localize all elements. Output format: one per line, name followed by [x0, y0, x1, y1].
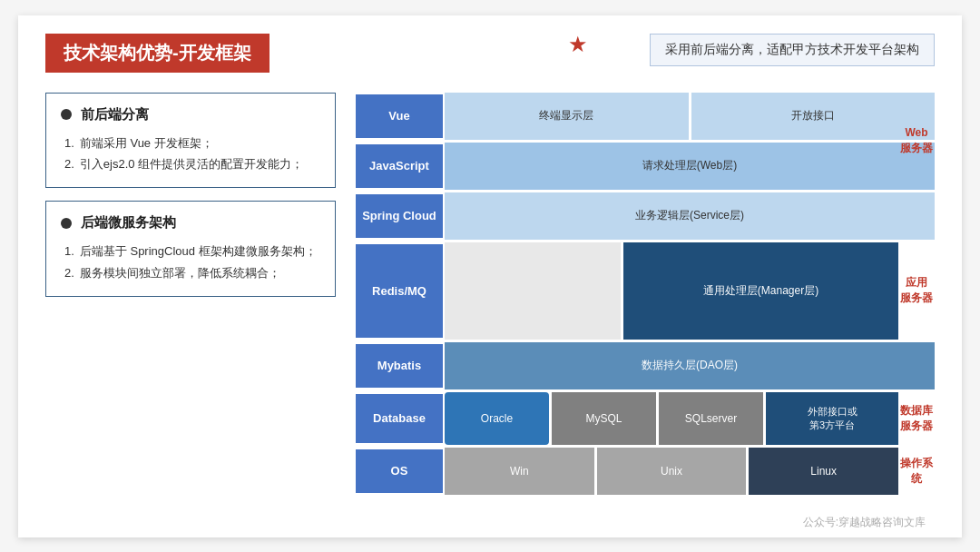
- list-item: 1. 后端基于 SpringCloud 框架构建微服务架构；: [64, 241, 320, 261]
- section1-list: 1. 前端采用 Vue 开发框架； 2. 引入ejs2.0 组件提供灵活的配置开…: [61, 133, 320, 175]
- layers-js: 请求处理层(Web层): [445, 143, 935, 190]
- row-os: OS Win Unix Linux 操作系统: [354, 448, 935, 495]
- row-js: JavaScript 请求处理层(Web层): [354, 143, 935, 190]
- row-springcloud: Spring Cloud 业务逻辑层(Service层): [354, 192, 935, 240]
- watermark: 公众号:穿越战略咨询文库: [803, 515, 926, 530]
- db-mysql: MySQL: [552, 392, 656, 445]
- tech-os: OS: [354, 448, 445, 495]
- side-db: 数据库服务器: [898, 392, 935, 445]
- os-unix: Unix: [597, 448, 747, 495]
- layer-service: 业务逻辑层(Service层): [445, 192, 935, 240]
- bullet-dot: [61, 109, 72, 120]
- tech-database: Database: [354, 392, 445, 445]
- content-area: 前后端分离 1. 前端采用 Vue 开发框架； 2. 引入ejs2.0 组件提供…: [45, 93, 935, 498]
- left-panel: 前后端分离 1. 前端采用 Vue 开发框架； 2. 引入ejs2.0 组件提供…: [45, 93, 336, 498]
- os-win: Win: [445, 448, 594, 495]
- layer-manager: 通用处理层(Manager层): [623, 242, 898, 340]
- layers-redis: 通用处理层(Manager层): [445, 242, 898, 340]
- list-item: 2. 引入ejs2.0 组件提供灵活的配置开发能力；: [64, 153, 320, 174]
- db-sqlserver: SQLserver: [659, 392, 763, 445]
- section2-list: 1. 后端基于 SpringCloud 框架构建微服务架构； 2. 服务模块间独…: [61, 241, 320, 283]
- row-redis: Redis/MQ 通用处理层(Manager层) 应用服务器: [354, 242, 935, 340]
- section-frontend: 前后端分离 1. 前端采用 Vue 开发框架； 2. 引入ejs2.0 组件提供…: [45, 93, 336, 189]
- row-database: Database Oracle MySQL SQLserver 外部接口或第3方…: [354, 392, 935, 445]
- layer-dao: 数据持久层(DAO层): [445, 342, 935, 389]
- layers-database: Oracle MySQL SQLserver 外部接口或第3方平台: [445, 392, 898, 445]
- row-mybatis: Mybatis 数据持久层(DAO层): [354, 342, 935, 389]
- layers-springcloud: 业务逻辑层(Service层): [445, 192, 935, 240]
- layers-mybatis: 数据持久层(DAO层): [445, 342, 935, 389]
- side-os: 操作系统: [898, 448, 935, 495]
- section1-title: 前后端分离: [61, 106, 320, 123]
- list-item: 2. 服务模块间独立部署，降低系统耦合；: [64, 262, 320, 283]
- tech-js: JavaScript: [354, 143, 445, 190]
- os-linux: Linux: [749, 448, 898, 495]
- layers-os: Win Unix Linux: [445, 448, 898, 495]
- notice-box: 采用前后端分离，适配甲方技术开发平台架构: [650, 34, 935, 66]
- tech-vue: Vue: [354, 93, 445, 140]
- list-item: 1. 前端采用 Vue 开发框架；: [64, 133, 320, 153]
- layer-request: 请求处理层(Web层): [445, 143, 935, 190]
- side-app: 应用服务器: [898, 242, 935, 340]
- slide-title: 技术架构优势-开发框架: [45, 34, 270, 73]
- tech-mybatis: Mybatis: [354, 342, 445, 389]
- layers-vue: 终端显示层 开放接口: [445, 93, 935, 140]
- layer-display: 终端显示层: [445, 93, 689, 140]
- side-web: Web服务器: [898, 93, 935, 190]
- bullet-dot: [61, 218, 72, 229]
- star-icon: ★: [568, 32, 588, 57]
- right-diagram: Vue 终端显示层 开放接口 Web服务器 JavaScript 请求处理层(W…: [354, 93, 935, 498]
- tech-springcloud: Spring Cloud: [354, 192, 445, 240]
- row-vue: Vue 终端显示层 开放接口 Web服务器: [354, 93, 935, 140]
- slide: 技术架构优势-开发框架 ★ 采用前后端分离，适配甲方技术开发平台架构 前后端分离…: [18, 15, 962, 537]
- db-oracle: Oracle: [445, 392, 549, 445]
- section-backend: 后端微服务架构 1. 后端基于 SpringCloud 框架构建微服务架构； 2…: [45, 201, 336, 297]
- db-external: 外部接口或第3方平台: [766, 392, 898, 445]
- section2-title: 后端微服务架构: [61, 214, 320, 232]
- notice-text: 采用前后端分离，适配甲方技术开发平台架构: [665, 42, 919, 56]
- tech-redis: Redis/MQ: [354, 242, 445, 340]
